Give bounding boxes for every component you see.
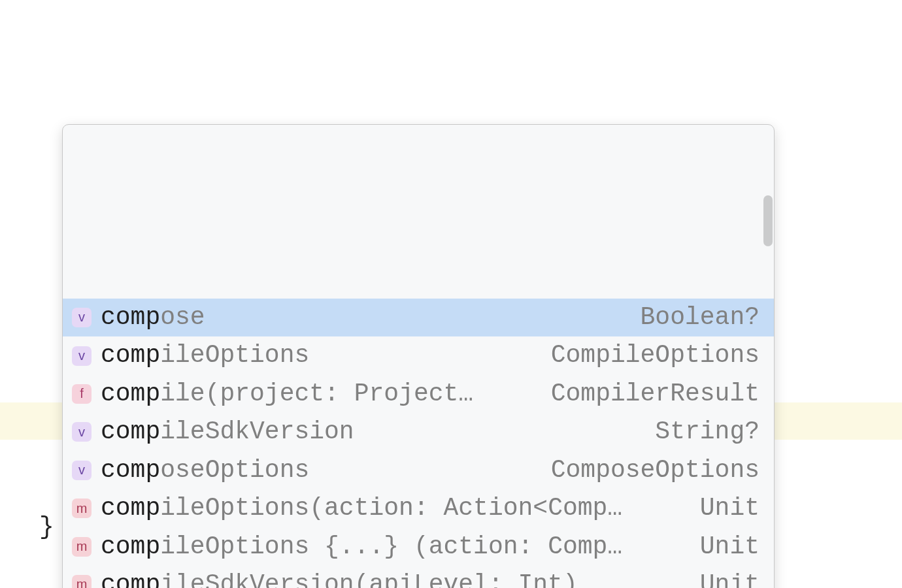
completion-item[interactable]: vcompileSdkVersionString? <box>63 413 774 451</box>
completion-item[interactable]: vcomposeBoolean? <box>63 299 774 336</box>
kind-badge-icon: v <box>72 422 92 442</box>
kind-badge-icon: v <box>72 308 92 327</box>
completion-name: compileOptions {...} (action: Comp… <box>101 530 691 564</box>
completion-item[interactable]: vcompileOptionsCompileOptions <box>63 336 774 374</box>
completion-item[interactable]: vcomposeOptionsComposeOptions <box>63 451 774 489</box>
completion-popup[interactable]: vcomposeBoolean?vcompileOptionsCompileOp… <box>62 124 775 588</box>
completion-type: Unit <box>700 568 760 588</box>
completion-type: Unit <box>700 530 760 564</box>
completion-type: Boolean? <box>641 301 760 335</box>
completion-type: ComposeOptions <box>551 453 760 487</box>
completion-item[interactable]: mcompileOptions {...} (action: Comp…Unit <box>63 528 774 566</box>
completion-name: compileSdkVersion <box>101 415 646 449</box>
completion-name: compile(project: Project… <box>101 377 542 411</box>
completion-type: CompileOptions <box>551 338 760 372</box>
kind-badge-icon: v <box>72 461 92 480</box>
scrollbar-thumb[interactable] <box>763 195 773 246</box>
completion-list[interactable]: vcomposeBoolean?vcompileOptionsCompileOp… <box>63 194 774 588</box>
completion-item[interactable]: fcompile(project: Project…CompilerResult <box>63 375 774 413</box>
completion-name: compose <box>101 301 631 335</box>
completion-name: compileSdkVersion(apiLevel: Int) <box>101 568 691 588</box>
token-brace: } <box>39 513 54 541</box>
completion-item[interactable]: mcompileSdkVersion(apiLevel: Int)Unit <box>63 566 774 588</box>
completion-name: composeOptions <box>101 453 542 487</box>
completion-type: String? <box>655 415 760 449</box>
kind-badge-icon: m <box>72 498 92 518</box>
kind-badge-icon: v <box>72 346 92 366</box>
completion-item[interactable]: mcompileOptions(action: Action<Comp…Unit <box>63 489 774 527</box>
completion-name: compileOptions <box>101 338 542 372</box>
code-editor[interactable]: buildFeatures { this: ApplicationBuildFe… <box>0 0 902 588</box>
completion-type: CompilerResult <box>551 377 760 411</box>
completion-name: compileOptions(action: Action<Comp… <box>101 491 691 525</box>
completion-type: Unit <box>700 491 760 525</box>
kind-badge-icon: f <box>72 384 92 404</box>
kind-badge-icon: m <box>72 537 92 557</box>
kind-badge-icon: m <box>72 575 92 588</box>
